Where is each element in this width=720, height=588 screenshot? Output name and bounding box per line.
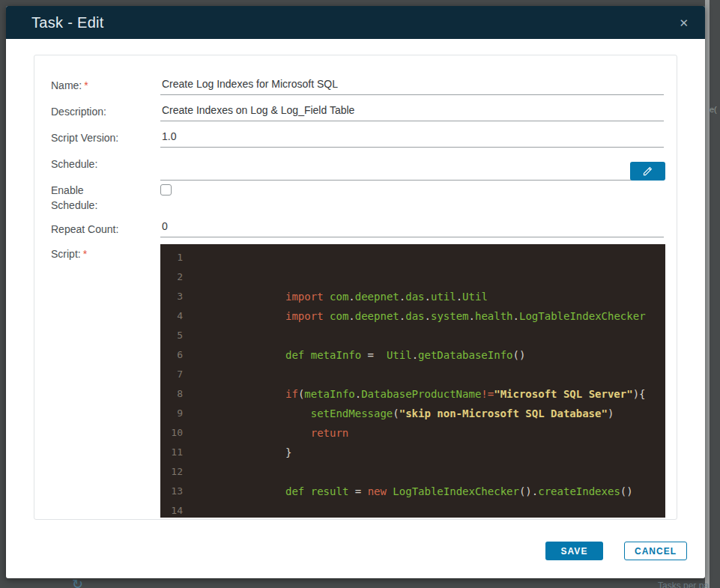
code-line: 10 return [160, 423, 665, 443]
line-number: 6 [160, 345, 183, 365]
line-number: 12 [160, 462, 183, 482]
form-card: Name:* Description: Script Version: Sche… [34, 55, 677, 520]
description-input[interactable] [160, 102, 664, 121]
code-text [183, 248, 197, 267]
tasks-per-page-label: Tasks per pa [658, 581, 709, 588]
line-number: 8 [160, 384, 183, 404]
code-text [183, 501, 197, 518]
line-number: 14 [160, 501, 183, 518]
repeat-count-input[interactable] [160, 218, 664, 237]
code-line: 12 [160, 462, 665, 482]
save-button[interactable]: SAVE [545, 542, 603, 560]
close-icon[interactable]: ✕ [676, 16, 692, 30]
code-text: setEndMessage("skip non-Microsoft SQL Da… [183, 404, 614, 423]
code-line: 7 [160, 365, 665, 384]
code-line: 2 [160, 267, 665, 287]
dialog-title: Task - Edit [31, 14, 104, 31]
code-line: 4 import com.deepnet.das.system.health.L… [160, 306, 665, 326]
required-asterisk: * [83, 248, 87, 260]
code-line: 14 [160, 501, 665, 518]
cancel-button[interactable]: CANCEL [624, 542, 687, 560]
script-code-editor[interactable]: 123 import com.deepnet.das.util.Util4 im… [160, 244, 665, 518]
code-line: 6 def metaInfo = Util.getDatabaseInfo() [160, 345, 665, 365]
code-text: } [183, 443, 291, 462]
code-text [183, 462, 197, 482]
task-edit-dialog: Task - Edit ✕ Name:* Description: Script… [6, 6, 705, 578]
repeat-count-label: Repeat Count: [51, 222, 118, 237]
code-text: def metaInfo = Util.getDatabaseInfo() [183, 345, 525, 365]
script-label: Script:* [51, 246, 87, 261]
schedule-label: Schedule: [51, 157, 97, 172]
code-line: 8 if(metaInfo.DatabaseProductName!="Micr… [160, 384, 665, 404]
line-number: 7 [160, 365, 183, 384]
pencil-icon [642, 166, 653, 177]
code-text [183, 365, 197, 384]
dialog-header: Task - Edit ✕ [6, 6, 705, 39]
code-text: if(metaInfo.DatabaseProductName!="Micros… [183, 384, 646, 404]
script-version-label: Script Version: [51, 130, 118, 145]
enable-schedule-label: Enable Schedule: [51, 183, 111, 213]
code-text [183, 326, 197, 345]
code-line: 13 def result = new LogTableIndexChecker… [160, 482, 665, 501]
code-text: import com.deepnet.das.system.health.Log… [183, 306, 646, 326]
description-label: Description: [51, 104, 106, 119]
line-number: 5 [160, 326, 183, 345]
line-number: 4 [160, 306, 183, 326]
enable-schedule-checkbox[interactable] [160, 184, 172, 196]
line-number: 3 [160, 287, 183, 306]
line-number: 10 [160, 423, 183, 443]
code-text [183, 267, 197, 287]
schedule-input[interactable] [160, 161, 664, 181]
dimmed-page-text-fragment: e( [710, 105, 717, 114]
app-background: { "backdrop": { "tasks_text_fragment": "… [0, 0, 720, 588]
line-number: 11 [160, 443, 183, 462]
code-line: 11 } [160, 443, 665, 462]
name-label: Name:* [51, 78, 88, 93]
line-number: 1 [160, 248, 183, 267]
required-asterisk: * [84, 79, 88, 91]
line-number: 13 [160, 482, 183, 501]
code-text: def result = new LogTableIndexChecker().… [183, 482, 633, 501]
code-line: 1 [160, 248, 665, 267]
code-line: 5 [160, 326, 665, 345]
refresh-icon: ↻ [72, 578, 83, 588]
edit-schedule-button[interactable] [630, 162, 665, 181]
code-text: return [183, 423, 348, 443]
code-line: 3 import com.deepnet.das.util.Util [160, 287, 665, 306]
code-line: 9 setEndMessage("skip non-Microsoft SQL … [160, 404, 665, 423]
code-text: import com.deepnet.das.util.Util [183, 287, 488, 306]
page-scrollbar[interactable] [705, 0, 710, 588]
line-number: 9 [160, 404, 183, 423]
script-version-input[interactable] [160, 128, 664, 148]
name-input[interactable] [160, 76, 664, 95]
line-number: 2 [160, 267, 183, 287]
